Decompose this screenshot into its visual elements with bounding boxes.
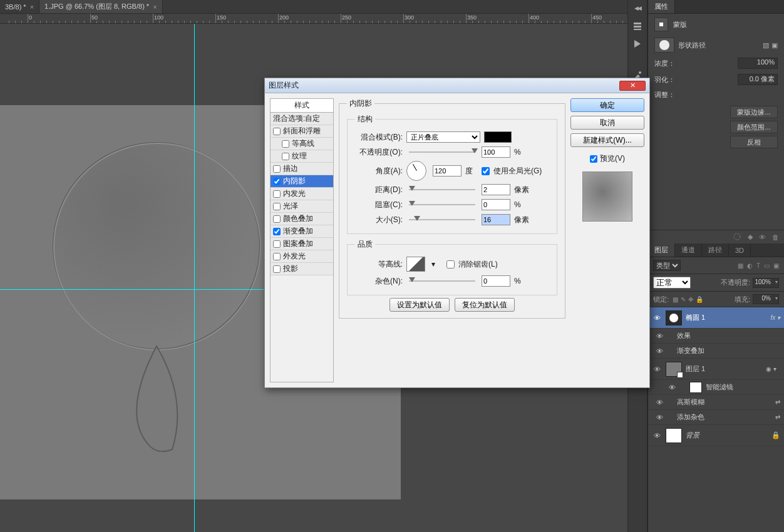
style-checkbox[interactable]	[273, 190, 281, 198]
smart-filter-addnoise[interactable]: 👁 添加杂色 ⇄	[648, 410, 784, 425]
history-panel-icon[interactable]	[630, 19, 645, 34]
fill-field[interactable]: 0%	[753, 294, 779, 304]
style-item[interactable]: 外发光	[271, 250, 333, 263]
document-tab[interactable]: 3B/8) * ×	[0, 0, 39, 13]
style-checkbox[interactable]	[273, 203, 281, 210]
style-item[interactable]: 内发光	[271, 188, 333, 200]
make-default-button[interactable]: 设置为默认值	[389, 298, 450, 312]
shape-thumb[interactable]	[654, 38, 674, 53]
eye-icon[interactable]: 👁	[759, 233, 766, 241]
filter-smart-icon[interactable]: ▣	[773, 262, 779, 269]
filter-mask-thumb[interactable]	[689, 382, 702, 393]
feather-value[interactable]: 0.0 像素	[738, 74, 778, 85]
size-input[interactable]	[482, 214, 510, 225]
eye-icon[interactable]: 👁	[652, 432, 662, 439]
filter-adjust-icon[interactable]: ◐	[747, 262, 753, 269]
smart-filter-badge[interactable]: ◉ ▾	[766, 366, 776, 372]
eye-icon[interactable]: 👁	[654, 414, 664, 421]
style-checkbox[interactable]	[273, 128, 281, 135]
layer-effect-gradient[interactable]: 👁 渐变叠加	[648, 344, 784, 359]
smart-filter-gaussian[interactable]: 👁 高斯模糊 ⇄	[648, 395, 784, 410]
trash-icon[interactable]: 🗑	[772, 233, 779, 241]
style-checkbox[interactable]	[273, 215, 281, 223]
tab-paths[interactable]: 路径	[702, 243, 729, 257]
filter-pixel-icon[interactable]: ▦	[738, 262, 743, 269]
cancel-button[interactable]: 取消	[570, 116, 644, 130]
opacity-slider[interactable]	[409, 151, 475, 153]
document-tab[interactable]: 1.JPG @ 66.7% (图层 8, RGB/8) * ×	[39, 0, 163, 13]
style-checkbox[interactable]	[273, 178, 281, 185]
filter-shape-icon[interactable]: ▭	[764, 262, 770, 269]
angle-dial[interactable]	[406, 161, 426, 181]
distance-slider[interactable]	[409, 189, 475, 190]
layer-thumb[interactable]	[666, 310, 682, 325]
style-checkbox[interactable]	[273, 265, 281, 273]
filter-blend-icon[interactable]: ⇄	[775, 414, 780, 421]
style-item[interactable]: 渐变叠加	[271, 225, 333, 238]
style-item[interactable]: 描边	[271, 163, 333, 175]
layer-name[interactable]: 椭圆 1	[686, 313, 766, 322]
play-icon[interactable]	[630, 36, 645, 51]
distance-input[interactable]	[482, 184, 510, 195]
smart-filters-header[interactable]: 👁 智能滤镜	[648, 380, 784, 395]
invert-button[interactable]: 反相	[730, 136, 778, 148]
layer-item-ellipse[interactable]: 👁 椭圆 1 fx ▾	[648, 307, 784, 329]
density-value[interactable]: 100%	[738, 58, 778, 69]
pixel-mask-icon[interactable]: ▧	[763, 41, 769, 49]
expand-dock-icon[interactable]: ◀◀	[634, 5, 641, 11]
eye-icon[interactable]: 👁	[654, 332, 664, 340]
lock-paint-icon[interactable]: ✎	[681, 296, 686, 303]
style-item[interactable]: 混合选项:自定	[271, 113, 333, 125]
lock-transparency-icon[interactable]: ▩	[673, 296, 678, 303]
tab-channels[interactable]: 通道	[675, 243, 702, 257]
noise-input[interactable]	[482, 275, 510, 287]
fx-badge[interactable]: fx ▾	[770, 314, 780, 321]
blend-mode-select[interactable]: 正常	[653, 277, 691, 289]
style-checkbox[interactable]	[273, 228, 281, 235]
layer-name[interactable]: 图层 1	[686, 364, 762, 374]
style-item[interactable]: 颜色叠加	[271, 213, 333, 225]
angle-input[interactable]	[433, 165, 462, 176]
style-checkbox[interactable]	[273, 240, 281, 248]
style-checkbox[interactable]	[273, 253, 281, 260]
size-slider[interactable]	[409, 219, 475, 220]
mask-type-icon[interactable]	[654, 18, 668, 31]
style-checkbox[interactable]	[282, 153, 289, 160]
choke-input[interactable]	[482, 199, 510, 210]
eye-icon[interactable]: 👁	[654, 399, 664, 406]
vector-mask-icon[interactable]: ▣	[771, 41, 778, 49]
style-item[interactable]: 斜面和浮雕	[271, 125, 333, 138]
contour-picker[interactable]	[406, 257, 425, 272]
shape-ellipse[interactable]	[47, 124, 266, 468]
color-range-button[interactable]: 颜色范围...	[730, 121, 778, 133]
style-item[interactable]: 光泽	[271, 200, 333, 213]
tab-3d[interactable]: 3D	[729, 243, 751, 257]
eye-icon[interactable]: 👁	[667, 384, 677, 391]
layer-item-layer1[interactable]: 👁 图层 1 ◉ ▾	[648, 359, 784, 380]
eye-icon[interactable]: 👁	[652, 314, 662, 322]
apply-mask-icon[interactable]: ◆	[748, 233, 753, 241]
style-item[interactable]: 图案叠加	[271, 238, 333, 250]
antialias-checkbox[interactable]	[446, 260, 455, 269]
global-light-checkbox[interactable]	[482, 167, 490, 175]
layer-effects-header[interactable]: 👁 效果	[648, 329, 784, 344]
opacity-field[interactable]: 100%	[753, 278, 779, 288]
tab-layers[interactable]: 图层	[648, 243, 675, 257]
ok-button[interactable]: 确定	[570, 98, 644, 112]
style-checkbox[interactable]	[282, 140, 289, 148]
reset-default-button[interactable]: 复位为默认值	[455, 298, 515, 312]
eye-icon[interactable]: 👁	[652, 366, 662, 373]
close-icon[interactable]: ×	[30, 3, 34, 11]
tab-properties[interactable]: 属性	[648, 0, 675, 13]
preview-checkbox[interactable]	[590, 155, 597, 163]
blend-mode-select[interactable]: 正片叠底	[406, 131, 480, 143]
close-button[interactable]: ✕	[619, 81, 646, 91]
noise-slider[interactable]	[409, 280, 475, 282]
filter-blend-icon[interactable]: ⇄	[775, 399, 780, 406]
lock-all-icon[interactable]: 🔒	[696, 296, 703, 303]
layer-item-background[interactable]: 👁 背景 🔒	[648, 425, 784, 446]
close-icon[interactable]: ×	[153, 3, 157, 11]
choke-slider[interactable]	[409, 204, 475, 205]
style-item[interactable]: 投影	[271, 263, 333, 275]
filter-text-icon[interactable]: T	[756, 262, 760, 269]
